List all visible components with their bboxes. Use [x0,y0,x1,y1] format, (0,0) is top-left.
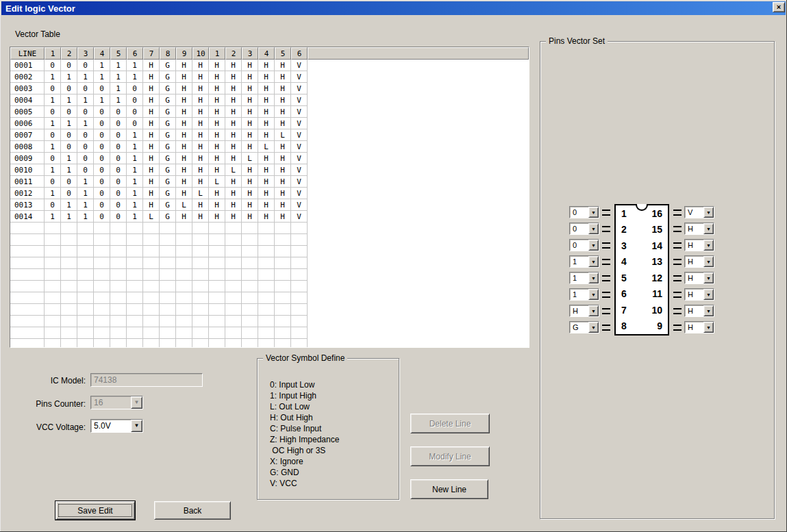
symbol-define-lines: 0: Input Low1: Input HighL: Out LowH: Ou… [270,379,339,489]
table-row[interactable]: 0008100001HGHHHHHLHV [10,141,529,153]
table-row[interactable]: 0013011001HGLHHHHHHV [10,199,529,211]
pin-14-select[interactable]: H▼ [684,239,714,251]
vector-cell: H [209,118,225,129]
empty-cell [45,234,61,246]
save-edit-button[interactable]: Save Edit [55,501,135,520]
chevron-down-icon[interactable]: ▼ [588,305,599,316]
vector-cell: 0 [61,129,77,141]
empty-cell [10,257,45,269]
vector-cell: G [160,129,176,141]
pin-stub-icon [673,275,682,281]
vector-cell: H [225,71,242,83]
empty-cell [258,234,275,246]
pin-6-select[interactable]: 1▼ [569,288,599,301]
empty-row [10,246,529,257]
pin-select-value: 0 [570,223,588,234]
chevron-down-icon[interactable]: ▼ [703,289,714,300]
table-row[interactable]: 0003000010HGHHHHHHHV [10,83,529,94]
vector-cell: G [160,188,176,199]
empty-cell [61,327,77,339]
chevron-down-icon[interactable]: ▼ [588,240,599,251]
chevron-down-icon[interactable]: ▼ [703,322,714,333]
chevron-down-icon[interactable]: ▼ [588,256,599,267]
empty-cell [225,223,242,234]
vector-cell: H [209,164,225,176]
vector-table[interactable]: LINE12345678910123456 0001000111HGHHHHHH… [10,47,529,348]
empty-cell [176,339,192,348]
chevron-down-icon[interactable]: ▼ [703,223,714,234]
vector-cell: H [258,60,275,71]
table-row[interactable]: 0010110001HGHHHLHHHV [10,164,529,176]
pin-12-select[interactable]: H▼ [684,272,714,284]
vector-cell: H [242,118,258,129]
pin-8-select[interactable]: G▼ [569,321,599,333]
back-button[interactable]: Back [154,501,231,520]
pin-11-select[interactable]: H▼ [684,288,714,301]
chevron-down-icon[interactable]: ▼ [588,289,599,300]
chevron-down-icon[interactable]: ▼ [703,305,714,316]
empty-cell [176,327,192,339]
table-row[interactable]: 0006111000HGHHHHHHHV [10,118,529,129]
table-row[interactable]: 0007000001HGHHHHHHLV [10,129,529,141]
table-row[interactable]: 0004111110HGHHHHHHHV [10,94,529,106]
chevron-down-icon[interactable]: ▼ [588,207,599,218]
close-button[interactable]: × [773,2,785,12]
chevron-down-icon[interactable]: ▼ [588,223,599,234]
pin-1-select[interactable]: 0▼ [569,206,599,218]
pin-5-select[interactable]: 1▼ [569,272,599,284]
empty-cell [143,327,160,339]
pin-7-select[interactable]: H▼ [569,305,599,317]
vector-cell: L [275,129,291,141]
chevron-down-icon[interactable]: ▼ [703,256,714,267]
vector-cell: 1 [110,94,127,106]
empty-cell [77,327,94,339]
vector-cell: H [143,176,160,188]
vector-table-label: Vector Table [15,29,60,39]
empty-cell [275,281,291,292]
table-row[interactable]: 0001000111HGHHHHHHHV [10,60,529,71]
pin-9-select[interactable]: H▼ [684,321,714,333]
empty-cell [10,327,45,339]
vector-cell: 0 [94,188,110,199]
empty-cell [192,292,209,304]
pin-4-select[interactable]: 1▼ [569,255,599,268]
vector-cell: 1 [94,60,110,71]
empty-cell [61,246,77,257]
symbol-define-line: Z: High Impedance [270,434,339,445]
table-row[interactable]: 0005000000HGHHHHHHHV [10,106,529,118]
pin-15-select[interactable]: H▼ [684,223,714,235]
chevron-down-icon[interactable]: ▼ [588,322,599,333]
new-line-button[interactable]: New Line [410,479,488,499]
vector-cell: 0 [61,141,77,153]
pin-16-select[interactable]: V▼ [684,206,714,218]
chevron-down-icon[interactable]: ▼ [131,420,142,432]
table-row[interactable]: 0002111111HGHHHHHHHV [10,71,529,83]
table-row[interactable]: 0012101001HGHLHHHHHV [10,188,529,199]
table-row[interactable]: 0009010001HGHHHHLHHV [10,153,529,164]
pin-2-select[interactable]: 0▼ [569,223,599,235]
vector-cell: 0 [45,153,61,164]
empty-cell [176,316,192,327]
chevron-down-icon[interactable]: ▼ [588,273,599,283]
pin-13-select[interactable]: H▼ [684,255,714,268]
empty-cell [160,223,176,234]
chevron-down-icon[interactable]: ▼ [703,240,714,251]
pin-10-select[interactable]: H▼ [684,305,714,317]
chip-pin-number: 4 [621,256,627,267]
table-row[interactable]: 0014111001LGHHHHHHHV [10,211,529,223]
titlebar[interactable]: Edit logic Vector [1,1,786,15]
vcc-voltage-select[interactable]: 5.0V ▼ [90,419,143,433]
vector-cell: H [209,129,225,141]
vector-cell: 0 [94,106,110,118]
pin-3-select[interactable]: 0▼ [569,239,599,251]
chevron-down-icon[interactable]: ▼ [703,273,714,283]
vector-cell: 1 [61,71,77,83]
column-header: 8 [160,47,176,60]
vector-cell: H [225,141,242,153]
chevron-down-icon[interactable]: ▼ [703,207,714,218]
table-row[interactable]: 0011001001HGHHLHHHHV [10,176,529,188]
vector-cell: 0 [77,164,94,176]
empty-cell [94,292,110,304]
vector-cell: 1 [127,129,143,141]
empty-cell [110,246,127,257]
